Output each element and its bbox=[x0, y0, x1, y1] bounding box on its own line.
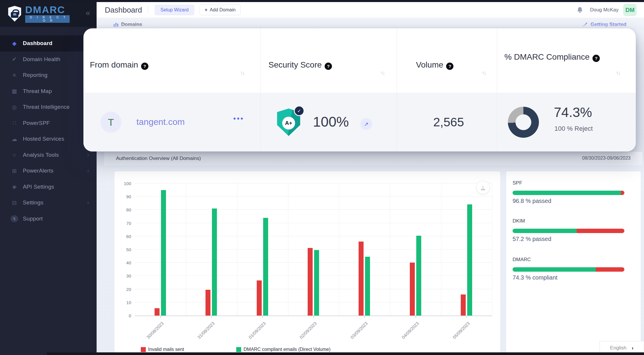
threat-intelligence-target-icon: ◎ bbox=[11, 104, 18, 111]
legend-item: Invalid mails sent bbox=[141, 347, 184, 352]
sidebar-item-settings[interactable]: ⊟Settings› bbox=[0, 195, 97, 211]
progress-fail-segment bbox=[596, 267, 624, 272]
api-settings-icon: ◈ bbox=[11, 183, 18, 190]
sidebar-item-threat-intelligence[interactable]: ◎Threat Intelligence bbox=[0, 99, 97, 115]
bar-compliant-31/08/2023 bbox=[212, 208, 217, 316]
progress-pass-segment bbox=[513, 267, 596, 272]
bar-invalid-04/09/2023 bbox=[410, 263, 415, 316]
logo-zone: DMARC D I R E C T O R « bbox=[0, 0, 97, 27]
sidebar-item-label: PowerAlerts bbox=[23, 168, 54, 174]
vertical-gridline bbox=[390, 184, 390, 316]
y-axis-tick-label: 20 bbox=[115, 287, 131, 292]
sidebar-item-label: Threat Intelligence bbox=[23, 104, 70, 110]
x-axis-tick-label: 01/09/2023 bbox=[238, 321, 267, 349]
analysis-tools-search-icon: ○ bbox=[11, 152, 18, 158]
bar-invalid-01/09/2023 bbox=[257, 280, 262, 316]
vertical-gridline bbox=[492, 184, 492, 316]
vertical-gridline bbox=[441, 184, 441, 316]
sidebar-item-label: Hosted Services bbox=[23, 136, 64, 142]
x-axis-tick bbox=[211, 316, 212, 318]
bar-compliant-02/09/2023 bbox=[314, 250, 319, 316]
legend-label: Invalid mails sent bbox=[148, 347, 184, 352]
x-axis-tick-label: 05/09/2023 bbox=[442, 321, 471, 349]
auth-item-label: SPF bbox=[513, 180, 624, 186]
bar-compliant-30/08/2023 bbox=[161, 190, 166, 316]
auth-item-result-text: 57.2 % passed bbox=[513, 236, 624, 242]
y-axis-tick-label: 80 bbox=[115, 207, 131, 212]
notifications-bell-icon[interactable] bbox=[576, 6, 584, 14]
sidebar-item-label: Analysis Tools bbox=[23, 152, 59, 158]
column-header-security-score[interactable]: Security Score? ↑↓ bbox=[260, 28, 397, 93]
sidebar-item-domain-health[interactable]: ✔Domain Health bbox=[0, 51, 97, 68]
sidebar-item-reporting[interactable]: ≡Reporting bbox=[0, 67, 97, 83]
auth-item-label: DKIM bbox=[513, 218, 624, 224]
logo-title: DMARC bbox=[25, 5, 70, 15]
y-axis-tick-label: 100 bbox=[115, 181, 131, 186]
sidebar-item-dashboard[interactable]: ◆Dashboard bbox=[0, 35, 97, 51]
sidebar-item-poweralerts[interactable]: ⊞PowerAlerts› bbox=[0, 163, 97, 179]
bar-chart-plot-area: 010203040506070809010030/08/202331/08/20… bbox=[135, 184, 492, 316]
security-score-value: 100% bbox=[313, 114, 349, 130]
y-axis-tick-label: 60 bbox=[115, 234, 131, 239]
bar-invalid-02/09/2023 bbox=[308, 248, 313, 316]
chevron-right-icon: › bbox=[87, 168, 89, 174]
page-title: Dashboard bbox=[105, 6, 142, 15]
user-name[interactable]: Doug McKay bbox=[590, 7, 619, 13]
powerspf-nodes-icon: ∷ bbox=[11, 120, 18, 126]
sidebar-item-label: Dashboard bbox=[23, 40, 52, 46]
domains-table-card: From domain? ↑↓ Security Score? ↑↓ Volum… bbox=[83, 28, 636, 151]
sidebar-item-hosted-services[interactable]: ☁Hosted Services bbox=[0, 131, 97, 147]
sidebar-item-analysis-tools[interactable]: ○Analysis Tools› bbox=[0, 147, 97, 163]
security-grade-shield-icon: A+ ✓ bbox=[276, 106, 304, 138]
settings-toggles-icon: ⊟ bbox=[11, 199, 18, 206]
add-domain-button[interactable]: +Add Domain bbox=[200, 5, 240, 15]
sidebar: DMARC D I R E C T O R « ◆Dashboard✔Domai… bbox=[0, 0, 97, 355]
language-label: English bbox=[610, 345, 626, 351]
column-header-dmarc-compliance[interactable]: % DMARC Compliance? ↑↓ bbox=[497, 28, 636, 93]
sort-icon[interactable]: ↑↓ bbox=[240, 70, 244, 76]
sidebar-item-threat-map[interactable]: ▦Threat Map bbox=[0, 83, 97, 99]
sidebar-item-api-settings[interactable]: ◈API Settings bbox=[0, 179, 97, 195]
sidebar-item-powerspf[interactable]: ∷PowerSPF bbox=[0, 115, 97, 131]
help-icon[interactable]: ? bbox=[325, 63, 332, 70]
bar-compliant-03/09/2023 bbox=[365, 257, 370, 316]
sidebar-item-support[interactable]: ↯Support bbox=[0, 211, 97, 227]
sort-icon[interactable]: ↑↓ bbox=[482, 70, 486, 76]
sidebar-item-label: Settings bbox=[23, 199, 43, 206]
table-row-volume-cell: 2,565 bbox=[397, 93, 497, 151]
help-icon[interactable]: ? bbox=[446, 63, 453, 70]
sort-icon[interactable]: ↑↓ bbox=[616, 70, 620, 76]
hosted-services-cloud-icon: ☁ bbox=[11, 136, 18, 142]
column-header-from-domain[interactable]: From domain? ↑↓ bbox=[83, 28, 260, 93]
domain-link[interactable]: tangent.com bbox=[136, 117, 185, 127]
auth-overview-chart-card: 010203040506070809010030/08/202331/08/20… bbox=[114, 171, 501, 355]
auth-item-label: DMARC bbox=[513, 257, 624, 263]
chart-download-button[interactable]: ↓ bbox=[476, 181, 490, 194]
auth-progress-bar bbox=[513, 191, 624, 195]
sort-icon[interactable]: ↑↓ bbox=[381, 70, 384, 76]
progress-pass-segment bbox=[513, 229, 577, 233]
plus-icon: + bbox=[205, 7, 207, 12]
setup-wizard-button[interactable]: Setup Wizard bbox=[155, 5, 194, 15]
table-row-score-cell: A+ ✓ 100% ↗ bbox=[260, 93, 397, 151]
horizontal-scrollbar[interactable] bbox=[47, 352, 644, 355]
progress-fail-segment bbox=[621, 191, 624, 195]
table-row-compliance-cell: 74.3% 100 % Reject bbox=[497, 93, 636, 151]
column-header-volume[interactable]: Volume? ↑↓ bbox=[397, 28, 497, 93]
vertical-gridline bbox=[237, 184, 237, 316]
vertical-gridline bbox=[339, 184, 339, 316]
brand-logo: DMARC D I R E C T O R bbox=[8, 5, 70, 23]
chevron-right-icon: › bbox=[87, 200, 89, 206]
logo-shield-lock-icon bbox=[8, 6, 22, 22]
topbar-divider bbox=[148, 6, 148, 14]
x-axis-tick-label: 31/08/2023 bbox=[187, 321, 216, 349]
legend-item: DMARC compliant emails (Direct Volume) bbox=[236, 347, 330, 352]
row-actions-menu-icon[interactable]: ••• bbox=[233, 114, 244, 123]
user-avatar[interactable]: DM bbox=[623, 4, 637, 16]
x-axis-tick bbox=[160, 316, 161, 318]
help-icon[interactable]: ? bbox=[592, 55, 600, 62]
score-external-link-icon[interactable]: ↗ bbox=[360, 118, 372, 130]
help-icon[interactable]: ? bbox=[141, 63, 148, 70]
auth-item-spf: SPF96.8 % passed bbox=[513, 180, 624, 204]
sidebar-collapse-icon[interactable]: « bbox=[85, 9, 90, 17]
